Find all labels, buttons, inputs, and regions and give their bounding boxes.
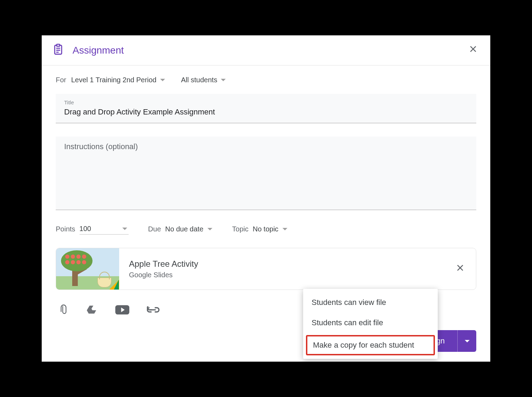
- due-dropdown[interactable]: Due No due date: [148, 225, 213, 233]
- assign-dropdown-button[interactable]: [457, 330, 476, 352]
- close-button[interactable]: [466, 42, 480, 58]
- attachment-thumbnail: [56, 248, 119, 290]
- chevron-down-icon[interactable]: [122, 228, 127, 230]
- points-group: Points: [56, 223, 129, 235]
- attachment-card[interactable]: Apple Tree Activity Google Slides: [56, 248, 476, 290]
- due-value: No due date: [165, 225, 203, 233]
- svg-rect-1: [57, 44, 60, 46]
- meta-row: Points Due No due date Topic No topic: [56, 223, 476, 235]
- for-row: For Level 1 Training 2nd Period All stud…: [56, 76, 476, 84]
- students-value: All students: [181, 76, 217, 84]
- due-label: Due: [148, 225, 161, 233]
- assignment-dialog: Assignment For Level 1 Training 2nd Peri…: [42, 35, 490, 362]
- attachment-type: Google Slides: [129, 271, 435, 279]
- menu-item-edit[interactable]: Students can edit file: [303, 313, 438, 333]
- dialog-header: Assignment: [42, 35, 490, 65]
- points-label: Points: [56, 225, 75, 233]
- drive-icon[interactable]: [85, 304, 98, 317]
- for-label: For: [56, 76, 66, 84]
- attach-file-icon[interactable]: [58, 304, 68, 317]
- instructions-field[interactable]: Instructions (optional): [56, 137, 476, 210]
- chevron-down-icon: [207, 228, 212, 230]
- class-value: Level 1 Training 2nd Period: [71, 76, 157, 84]
- permission-menu: Students can view file Students can edit…: [303, 289, 438, 359]
- attachment-title: Apple Tree Activity: [129, 259, 435, 269]
- students-dropdown[interactable]: All students: [181, 76, 226, 84]
- topic-value: No topic: [253, 225, 278, 233]
- chevron-down-icon: [221, 79, 226, 81]
- dialog-content: For Level 1 Training 2nd Period All stud…: [42, 65, 490, 328]
- title-field[interactable]: Title Drag and Drop Activity Example Ass…: [56, 94, 476, 123]
- dialog-title: Assignment: [73, 45, 466, 56]
- instructions-placeholder: Instructions (optional): [64, 142, 468, 151]
- chevron-down-icon: [465, 340, 470, 342]
- class-dropdown[interactable]: Level 1 Training 2nd Period: [71, 76, 165, 84]
- topic-dropdown[interactable]: Topic No topic: [232, 225, 287, 233]
- attachment-info: Apple Tree Activity Google Slides: [119, 259, 444, 279]
- assignment-icon: [52, 44, 64, 57]
- menu-item-view[interactable]: Students can view file: [303, 292, 438, 313]
- menu-item-copy[interactable]: Make a copy for each student: [306, 335, 435, 355]
- remove-attachment-button[interactable]: [444, 256, 476, 282]
- chevron-down-icon: [282, 228, 287, 230]
- title-value: Drag and Drop Activity Example Assignmen…: [64, 107, 468, 117]
- link-icon[interactable]: [147, 306, 159, 315]
- chevron-down-icon: [160, 79, 165, 81]
- topic-label: Topic: [232, 225, 248, 233]
- points-input[interactable]: [80, 223, 129, 235]
- youtube-icon[interactable]: [115, 305, 129, 316]
- title-label: Title: [64, 99, 468, 105]
